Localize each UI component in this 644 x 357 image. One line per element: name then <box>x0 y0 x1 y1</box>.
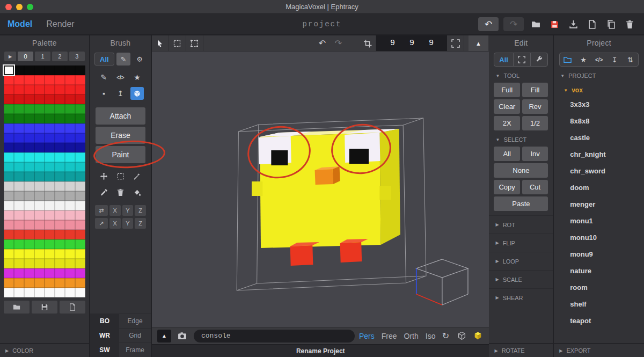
select-tool[interactable] <box>114 170 127 183</box>
palette-swatch[interactable] <box>24 152 34 162</box>
palette-swatch[interactable] <box>34 75 45 85</box>
palette-swatch[interactable] <box>45 85 55 94</box>
brush-mode-button-attach[interactable]: Attach <box>96 107 145 125</box>
edit-tool-full[interactable]: Full <box>494 83 519 97</box>
palette-swatch[interactable] <box>75 104 85 114</box>
brush-line-tool[interactable]: ✎ <box>97 71 111 84</box>
edit-select-inv[interactable]: Inv <box>522 147 548 161</box>
palette-swatch[interactable] <box>75 278 85 288</box>
palette-swatch[interactable] <box>45 259 55 268</box>
palette-swatch[interactable] <box>65 230 75 239</box>
axis-button-y[interactable]: Y <box>122 205 134 216</box>
viewport-canvas[interactable] <box>152 52 489 327</box>
palette-swatch[interactable] <box>4 133 14 143</box>
screenshot-button[interactable] <box>175 330 189 343</box>
palette-swatch[interactable] <box>4 85 14 94</box>
palette-swatch[interactable] <box>34 143 45 152</box>
palette-swatch[interactable] <box>45 201 55 210</box>
viewport-undo-button[interactable]: ↶ <box>314 35 330 51</box>
palette-swatch[interactable] <box>34 162 45 172</box>
palette-swatch[interactable] <box>4 278 14 288</box>
palette-swatch[interactable] <box>34 220 45 230</box>
palette-swatch[interactable] <box>65 162 75 172</box>
solid-view-button[interactable] <box>472 331 484 340</box>
palette-swatch[interactable] <box>75 65 85 75</box>
palette-swatch[interactable] <box>24 104 34 114</box>
palette-swatch[interactable] <box>75 114 85 123</box>
edit-tool-clear[interactable]: Clear <box>494 99 519 114</box>
palette-swatch[interactable] <box>55 210 65 220</box>
console-input[interactable]: console <box>194 330 355 343</box>
diagonal-icon[interactable]: ↗ <box>95 218 108 229</box>
palette-swatch[interactable] <box>45 133 55 143</box>
palette-swatch[interactable] <box>65 259 75 268</box>
brush-voxel-tool[interactable]: ▪ <box>97 87 111 100</box>
project-file-monu1[interactable]: monu1 <box>554 213 644 229</box>
palette-swatch[interactable] <box>65 104 75 114</box>
palette-swatch[interactable] <box>55 259 65 268</box>
edit-tool-rev[interactable]: Rev <box>522 99 548 114</box>
palette-swatch[interactable] <box>14 85 24 94</box>
palette-swatch[interactable] <box>24 162 34 172</box>
palette-swatch[interactable] <box>55 65 65 75</box>
edit-section-loop[interactable]: ▶LOOP <box>489 252 553 270</box>
palette-swatch[interactable] <box>55 278 65 288</box>
palette-swatch[interactable] <box>75 152 85 162</box>
palette-swatch[interactable] <box>14 239 24 249</box>
project-file-8x8x8[interactable]: 8x8x8 <box>554 113 644 129</box>
palette-swatch[interactable] <box>14 162 24 172</box>
delete-tool[interactable] <box>114 186 127 199</box>
palette-swatch[interactable] <box>34 104 45 114</box>
palette-swatch[interactable] <box>14 143 24 152</box>
brush-pattern-tool[interactable]: </> <box>114 71 127 84</box>
palette-swatch[interactable] <box>55 249 65 259</box>
project-file-castle[interactable]: castle <box>554 129 644 146</box>
palette-swatch[interactable] <box>34 172 45 181</box>
view-mode-free[interactable]: Free <box>382 332 397 340</box>
edit-select-copy[interactable]: Copy <box>494 180 519 194</box>
palette-tab-0[interactable]: 0 <box>18 52 33 61</box>
palette-swatch[interactable] <box>34 249 45 259</box>
palette-swatch[interactable] <box>45 143 55 152</box>
palette-swatch[interactable] <box>75 85 85 94</box>
undo-button[interactable]: ↶ <box>478 17 499 31</box>
palette-swatch[interactable] <box>65 152 75 162</box>
palette-swatch[interactable] <box>24 249 34 259</box>
palette-swatch[interactable] <box>75 220 85 230</box>
palette-swatch[interactable] <box>45 210 55 220</box>
palette-swatch[interactable] <box>14 278 24 288</box>
palette-swatch[interactable] <box>4 94 14 104</box>
palette-swatch[interactable] <box>55 239 65 249</box>
brush-box-tool[interactable] <box>130 87 144 100</box>
save-button[interactable] <box>547 17 561 31</box>
edit-tool-1/2[interactable]: 1/2 <box>522 116 548 130</box>
palette-swatch[interactable] <box>14 123 24 133</box>
region-select-corners-button[interactable] <box>186 35 203 51</box>
select-section-header[interactable]: ▼ SELECT <box>489 130 553 145</box>
palette-swatch[interactable] <box>55 201 65 210</box>
palette-swatch[interactable] <box>65 239 75 249</box>
display-toggle-sw[interactable]: SW <box>90 343 119 357</box>
palette-swatch[interactable] <box>65 114 75 123</box>
palette-swatch[interactable] <box>55 191 65 201</box>
palette-swatch[interactable] <box>4 268 14 278</box>
palette-swatch[interactable] <box>24 123 34 133</box>
brush-face-tool[interactable]: ↥ <box>114 87 127 100</box>
brush-mode-button-paint[interactable]: Paint <box>96 146 145 163</box>
palette-swatch[interactable] <box>4 259 14 268</box>
palette-swatch[interactable] <box>34 94 45 104</box>
palette-swatch[interactable] <box>75 75 85 85</box>
project-code-button[interactable]: </> <box>591 53 607 66</box>
display-toggle-wr[interactable]: WR <box>90 329 119 343</box>
palette-swatch[interactable] <box>4 201 14 210</box>
move-tool[interactable] <box>97 170 111 183</box>
palette-swatch[interactable] <box>4 220 14 230</box>
palette-swatch[interactable] <box>4 249 14 259</box>
edit-select-paste[interactable]: Paste <box>494 196 548 211</box>
edit-select-none[interactable]: None <box>494 163 548 178</box>
palette-swatch[interactable] <box>24 268 34 278</box>
palette-swatch[interactable] <box>24 220 34 230</box>
palette-open-button[interactable] <box>4 301 30 314</box>
palette-swatch[interactable] <box>24 133 34 143</box>
navigation-cube[interactable] <box>416 259 468 305</box>
